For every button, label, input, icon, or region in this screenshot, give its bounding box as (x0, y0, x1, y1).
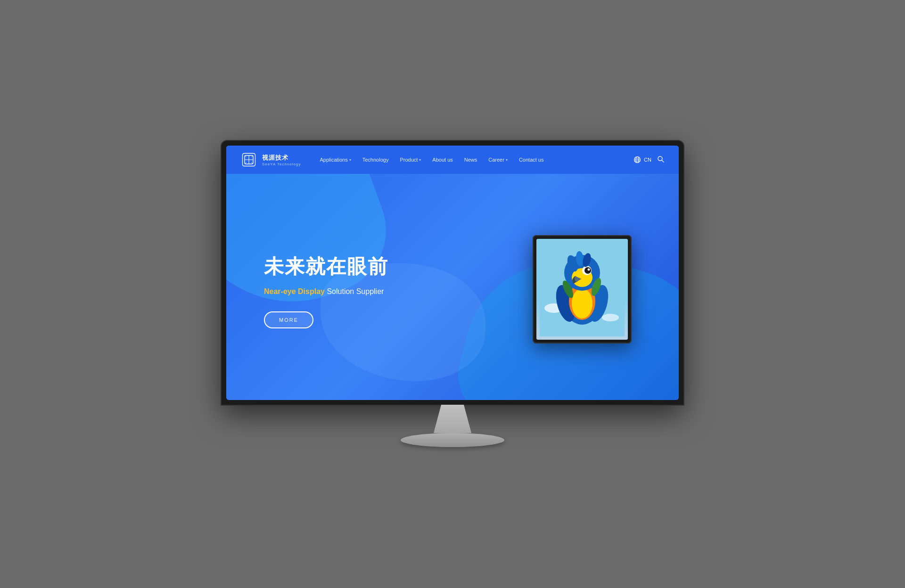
svg-point-13 (602, 314, 619, 321)
nav-applications[interactable]: Applications ▾ (315, 154, 355, 165)
nav-contact-us[interactable]: Contact us (514, 154, 549, 165)
svg-line-10 (662, 160, 664, 162)
globe-icon (634, 156, 641, 163)
parrot-scene (536, 239, 628, 340)
language-label: CN (644, 157, 651, 163)
logo-en-name: SeeYA Technology (262, 162, 301, 166)
parrot-illustration (540, 242, 625, 336)
monitor-screen: 视涯技术 SeeYA Technology Applications ▾ Tec… (226, 146, 679, 400)
nav-right: CN (634, 155, 665, 164)
monitor-container: 视涯技术 SeeYA Technology Applications ▾ Tec… (222, 141, 683, 447)
more-button[interactable]: MORE (264, 311, 313, 328)
hero-section: 未来就在眼前 Near-eye Display Solution Supplie… (226, 174, 679, 400)
monitor-bezel: 视涯技术 SeeYA Technology Applications ▾ Tec… (222, 141, 683, 405)
hero-title: 未来就在眼前 (264, 255, 462, 278)
chevron-down-icon: ▾ (419, 158, 421, 162)
navbar: 视涯技术 SeeYA Technology Applications ▾ Tec… (226, 146, 679, 174)
device-frame (533, 235, 632, 343)
logo-cn-name: 视涯技术 (262, 154, 301, 162)
device-screen (536, 239, 628, 340)
chevron-down-icon: ▾ (349, 158, 351, 162)
hero-subtitle: Near-eye Display Solution Supplier (264, 286, 462, 297)
logo[interactable]: 视涯技术 SeeYA Technology (240, 151, 301, 168)
nav-items: Applications ▾ Technology Product ▾ Abou… (315, 154, 634, 165)
search-icon[interactable] (657, 155, 665, 164)
nav-career[interactable]: Career ▾ (484, 154, 512, 165)
nav-about-us[interactable]: About us (428, 154, 457, 165)
svg-point-24 (588, 269, 590, 271)
hero-subtitle-highlight: Near-eye Display (264, 287, 325, 295)
svg-point-19 (572, 288, 592, 318)
website: 视涯技术 SeeYA Technology Applications ▾ Tec… (226, 146, 679, 400)
svg-point-23 (584, 267, 591, 274)
monitor-neck (434, 405, 471, 433)
nav-product[interactable]: Product ▾ (395, 154, 426, 165)
monitor-base (401, 433, 504, 447)
language-button[interactable]: CN (634, 156, 651, 163)
display-device-mockup (533, 235, 636, 348)
seeya-logo-icon (240, 151, 257, 168)
nav-news[interactable]: News (460, 154, 482, 165)
logo-text: 视涯技术 SeeYA Technology (262, 154, 301, 166)
hero-subtitle-rest: Solution Supplier (325, 287, 384, 295)
chevron-down-icon: ▾ (506, 158, 508, 162)
nav-technology[interactable]: Technology (358, 154, 394, 165)
hero-content: 未来就在眼前 Near-eye Display Solution Supplie… (264, 255, 462, 328)
